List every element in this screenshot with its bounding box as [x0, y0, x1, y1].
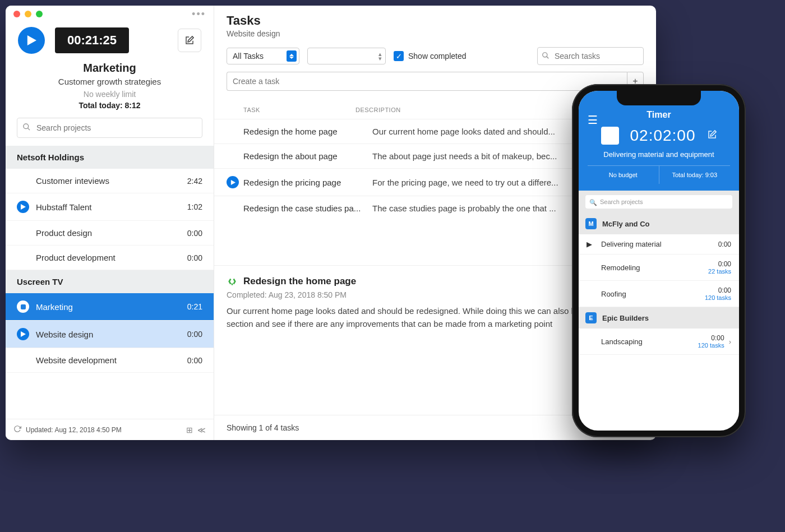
project-item-time: 0:21 — [187, 302, 202, 311]
stop-timer-button[interactable] — [601, 127, 619, 145]
project-item[interactable]: Customer inteviews 2:42 — [6, 169, 214, 193]
edit-button[interactable] — [178, 29, 201, 52]
phone-stats: No budget Total today: 9:03 — [588, 165, 730, 184]
collapse-icon[interactable]: ⊞ — [186, 425, 193, 434]
project-item-name: Website development — [36, 355, 117, 365]
project-item-name: Marketing — [36, 302, 73, 312]
group-name: McFly and Co — [602, 220, 650, 228]
phone-current-task: Delivering material and equipment — [588, 150, 730, 159]
select-value — [313, 52, 316, 61]
search-tasks-input[interactable] — [537, 47, 644, 65]
project-limit: No weekly limit — [17, 90, 202, 99]
project-time: 0:00 — [705, 286, 731, 294]
svg-point-1 — [24, 124, 29, 129]
window-titlebar: ••• — [6, 6, 214, 17]
phone-project-item[interactable]: Remodeling 0:0022 tasks — [579, 255, 739, 281]
phone-header: ☰ Timer 02:02:00 Delivering material and… — [579, 91, 739, 191]
hamburger-menu-icon[interactable]: ☰ — [588, 113, 598, 127]
checkbox-label: Show completed — [408, 52, 467, 61]
search-tasks-wrap — [537, 47, 644, 65]
svg-line-6 — [547, 57, 549, 59]
show-completed-checkbox[interactable]: ✓ Show completed — [394, 51, 467, 61]
svg-marker-4 — [21, 331, 26, 337]
project-item[interactable]: Hubstaff Talent 1:02 — [6, 193, 214, 221]
project-name: Remodeling — [601, 263, 708, 272]
project-item[interactable]: Website development 0:00 — [6, 348, 214, 373]
task-name: Redesign the case studies pa... — [243, 203, 372, 213]
phone-notch — [617, 91, 701, 105]
phone-stat-total: Total today: 9:03 — [659, 166, 731, 184]
play-icon[interactable] — [17, 328, 29, 340]
phone-stat-budget: No budget — [588, 166, 659, 184]
phone-timer-row: 02:02:00 — [588, 120, 730, 150]
col-header-task: TASK — [227, 107, 355, 113]
project-item-name: Product development — [36, 253, 116, 262]
create-task-input[interactable] — [227, 72, 627, 91]
start-timer-button[interactable] — [18, 27, 45, 54]
project-title: Marketing — [17, 62, 202, 75]
phone-search-input[interactable]: 🔍 Search projects — [585, 195, 732, 209]
main-header: Tasks Website design — [214, 6, 656, 44]
edit-icon[interactable] — [707, 129, 717, 142]
svg-marker-7 — [230, 180, 235, 185]
play-icon[interactable] — [17, 201, 29, 213]
project-item[interactable]: Website design 0:00 — [6, 321, 214, 348]
phone-search-placeholder: Search projects — [600, 198, 643, 205]
group-badge: E — [585, 312, 597, 323]
project-time: 0:00 — [718, 240, 731, 248]
select-value: All Tasks — [233, 52, 264, 61]
project-item-name: Customer inteviews — [36, 176, 109, 186]
project-group-header: Netsoft Holdings — [6, 146, 214, 169]
phone-title: Timer — [588, 110, 730, 120]
phone-project-group[interactable]: M McFly and Co — [579, 213, 739, 234]
project-time: 0:00 — [698, 334, 724, 342]
play-icon[interactable]: ▶ — [587, 240, 595, 248]
project-item[interactable]: Product design 0:00 — [6, 221, 214, 246]
svg-point-5 — [543, 53, 547, 57]
project-item-time: 0:00 — [187, 253, 202, 262]
project-name: Landscaping — [601, 337, 698, 346]
checkbox-checked-icon: ✓ — [394, 51, 404, 61]
project-item[interactable]: Product development 0:00 — [6, 246, 214, 270]
search-projects-input[interactable] — [17, 118, 202, 138]
phone-screen: ☰ Timer 02:02:00 Delivering material and… — [579, 91, 739, 431]
refresh-icon[interactable] — [13, 425, 21, 434]
project-item-time: 1:02 — [187, 202, 202, 211]
updated-timestamp: Updated: Aug 12, 2018 4:50 PM — [26, 426, 122, 434]
group-name: Epic Builders — [602, 314, 649, 322]
project-subtitle: Customer growth strategies — [17, 77, 202, 86]
project-total-today: Total today: 8:12 — [17, 101, 202, 110]
stop-icon[interactable] — [17, 300, 29, 313]
task-play-icon[interactable] — [227, 176, 243, 188]
search-icon: 🔍 — [589, 199, 597, 206]
project-item-time: 2:42 — [187, 177, 202, 186]
current-project-info: Marketing Customer growth strategies No … — [6, 62, 214, 118]
tasks-filter-select[interactable]: All Tasks — [227, 48, 299, 64]
recycle-icon — [227, 276, 238, 287]
phone-project-item[interactable]: ▶ Delivering material 0:00 — [579, 234, 739, 255]
secondary-filter-select[interactable]: ▴▾ — [307, 48, 386, 64]
main-title: Tasks — [227, 13, 644, 28]
project-tasks-count: 120 tasks — [705, 294, 731, 301]
project-item-name: Product design — [36, 228, 92, 238]
phone-project-group[interactable]: E Epic Builders — [579, 307, 739, 329]
phone-mockup: ☰ Timer 02:02:00 Delivering material and… — [572, 84, 746, 437]
project-time: 0:00 — [708, 260, 731, 268]
project-list: Netsoft Holdings Customer inteviews 2:42… — [6, 146, 214, 419]
project-item-time: 0:00 — [187, 330, 202, 339]
project-item-selected[interactable]: Marketing 0:21 — [6, 293, 214, 321]
search-icon — [542, 52, 550, 62]
desktop-window: ••• 00:21:25 Marketing Customer growth s… — [6, 6, 656, 440]
timer-header: 00:21:25 — [6, 17, 214, 62]
filter-bar: All Tasks ▴▾ ✓ Show completed — [214, 44, 656, 72]
project-tasks-count: 120 tasks — [698, 342, 724, 349]
phone-search-wrap: 🔍 Search projects — [579, 191, 739, 213]
chevron-left-icon[interactable]: ≪ — [197, 425, 206, 434]
phone-project-item[interactable]: Landscaping 0:00120 tasks › — [579, 329, 739, 355]
sidebar-footer: Updated: Aug 12, 2018 4:50 PM ⊞ ≪ — [6, 419, 214, 440]
svg-marker-0 — [27, 35, 36, 45]
project-name: Delivering material — [601, 240, 718, 248]
phone-project-item[interactable]: Roofing 0:00120 tasks — [579, 281, 739, 307]
select-caret-icon: ▴▾ — [378, 52, 382, 61]
project-tasks-count: 22 tasks — [708, 268, 731, 275]
